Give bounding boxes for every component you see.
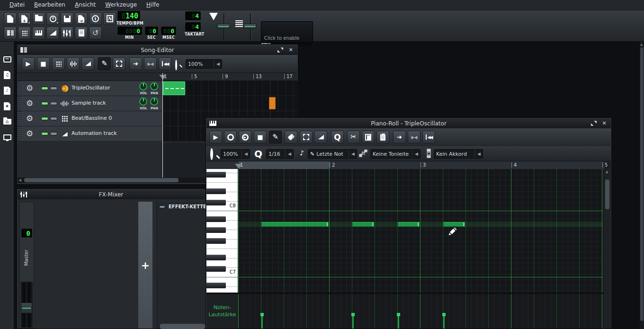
solo-led[interactable] <box>50 132 57 135</box>
detune-mode-button[interactable] <box>314 131 327 143</box>
menu-hilfe[interactable]: Hilfe <box>142 0 164 9</box>
piano-keyboard[interactable]: C8 C7 <box>206 169 238 293</box>
combo-arrow-icon[interactable]: ◀ <box>474 150 481 158</box>
sidebar-item-home[interactable]: ⌂ <box>2 116 12 127</box>
select-mode-button[interactable] <box>300 131 313 143</box>
play-button[interactable]: ▶ <box>209 131 222 143</box>
copy-button[interactable] <box>362 131 375 143</box>
master-fader[interactable] <box>21 282 33 328</box>
slider-handle[interactable] <box>243 24 257 29</box>
midi-note[interactable] <box>352 222 374 227</box>
track-grip[interactable] <box>18 111 21 126</box>
velocity-knob[interactable] <box>442 313 446 316</box>
mute-led[interactable] <box>41 87 48 90</box>
track-name[interactable]: Beat/Bassline 0 <box>72 115 112 121</box>
track-grip[interactable] <box>18 96 21 111</box>
solo-led[interactable] <box>50 117 57 120</box>
toggle-controller-rack-button[interactable]: ↺ <box>89 27 102 39</box>
master-volume-slider[interactable] <box>217 13 230 40</box>
solo-led[interactable] <box>50 87 57 90</box>
pan-knob[interactable] <box>150 98 158 106</box>
menu-datei[interactable]: Datei <box>5 0 29 9</box>
track-row[interactable]: ⚙ Sample track VOL PAN <box>18 96 298 111</box>
add-fx-channel-button[interactable]: + <box>138 202 152 329</box>
playhead-marker[interactable] <box>235 164 242 169</box>
combo-arrow-icon[interactable]: ◀ <box>412 150 418 158</box>
fader-knob[interactable] <box>21 302 32 313</box>
menu-bearbeiten[interactable]: Bearbeiten <box>29 0 70 9</box>
edit-mode-button[interactable] <box>113 57 125 70</box>
export-project-button[interactable]: ➔ <box>75 12 88 25</box>
piano-roll-titlebar[interactable]: Piano-Roll - TripleOscillator ◥◣ ✕ <box>206 118 611 128</box>
rewind-button[interactable]: ◀◀ <box>159 57 171 70</box>
velocity-bar[interactable] <box>352 316 354 329</box>
scrollbar-thumb[interactable] <box>605 179 609 209</box>
track-name[interactable]: Sample track <box>72 100 106 106</box>
black-key[interactable] <box>206 172 226 178</box>
track-grip[interactable] <box>18 81 21 96</box>
toggle-piano-roll-button[interactable] <box>32 27 45 39</box>
black-key[interactable] <box>206 255 226 260</box>
toggle-bb-editor-button[interactable] <box>18 27 31 39</box>
q-combo[interactable]: 1/16 ◀ <box>266 149 294 159</box>
mute-led[interactable] <box>41 117 48 120</box>
velocity-panel-label[interactable]: Noten- Lautstärke <box>206 294 238 329</box>
effect-chain-enable-led[interactable] <box>159 205 165 208</box>
velocity-edit-area[interactable] <box>238 294 603 329</box>
toggle-song-editor-button[interactable] <box>4 27 17 39</box>
sidebar-item-samples[interactable]: ♫ <box>2 70 12 80</box>
sample-clip[interactable] <box>269 97 276 109</box>
slider-handle[interactable] <box>217 24 230 29</box>
close-button[interactable]: ✕ <box>600 120 608 127</box>
track-name[interactable]: TripleOscillator <box>72 85 110 91</box>
draw-mode-button[interactable]: ✎ <box>98 57 111 70</box>
record-while-playing-button[interactable]: ▶ <box>239 131 251 143</box>
piano-roll-vertical-scrollbar[interactable]: ▲ <box>604 169 610 329</box>
song-editor-titlebar[interactable]: Song-Editor ◥◣ ✕ <box>18 45 297 55</box>
recently-opened-button[interactable]: ▾ <box>46 12 59 25</box>
master-channel-strip[interactable]: 0 Master <box>19 202 34 329</box>
open-project-button[interactable] <box>32 12 45 25</box>
erase-mode-button[interactable] <box>285 131 297 143</box>
zoom-combo[interactable]: 100% ◀ <box>186 59 222 69</box>
mixer-scrollbar-thumb[interactable] <box>160 324 205 329</box>
volume-knob[interactable] <box>139 82 147 90</box>
pattern-segment[interactable] <box>163 81 185 95</box>
toggle-project-notes-button[interactable] <box>75 27 88 39</box>
velocity-bar[interactable] <box>261 316 263 329</box>
pan-knob[interactable] <box>150 82 158 90</box>
playhead-marker[interactable] <box>159 75 167 80</box>
tempo-display[interactable]: 8140 <box>117 11 140 21</box>
close-button[interactable]: ✕ <box>287 47 295 53</box>
track-gear-icon[interactable]: ⚙ <box>26 83 33 93</box>
sidebar-item-computer[interactable] <box>2 132 12 142</box>
velocity-knob[interactable] <box>260 313 264 316</box>
sidebar-item-instruments[interactable]: ~ <box>2 54 12 64</box>
add-sample-track-button[interactable] <box>67 57 80 70</box>
drag-mode-button[interactable]: ➔ <box>129 57 142 70</box>
toggle-loop-button[interactable]: ▶◀ <box>408 131 420 143</box>
track-gear-icon[interactable]: ⚙ <box>26 98 33 108</box>
cut-button[interactable]: ✂ <box>347 131 360 143</box>
song-timeline[interactable]: 1 5 9 13 17 <box>18 73 297 81</box>
menu-werkzeuge[interactable]: Werkzeuge <box>100 0 142 9</box>
mute-led[interactable] <box>41 102 48 105</box>
scale-combo[interactable]: Keine Tonleite ◀ <box>370 149 420 159</box>
project-notes-button[interactable]: N <box>103 12 116 25</box>
solo-led[interactable] <box>50 102 57 105</box>
velocity-bar[interactable] <box>443 316 445 329</box>
master-send-display[interactable]: 0 <box>21 229 32 238</box>
track-row[interactable]: ⚙ TripleOscillator VOL PAN <box>18 81 298 96</box>
record-button[interactable] <box>224 131 237 143</box>
mute-led[interactable] <box>41 132 48 135</box>
scrollbar-thumb[interactable] <box>640 47 644 321</box>
add-automation-track-button[interactable] <box>81 57 94 70</box>
sidebar-item-projects[interactable]: ★ <box>2 101 12 111</box>
paste-button[interactable] <box>376 131 389 143</box>
track-gear-icon[interactable]: ⚙ <box>26 113 33 124</box>
combo-arrow-icon[interactable]: ◀ <box>349 150 355 158</box>
stop-button[interactable]: ■ <box>254 131 267 143</box>
toggle-loop-button[interactable]: ▶◀ <box>144 57 157 70</box>
combo-arrow-icon[interactable]: ◀ <box>242 150 248 158</box>
scroll-up-icon[interactable]: ▲ <box>606 170 608 174</box>
